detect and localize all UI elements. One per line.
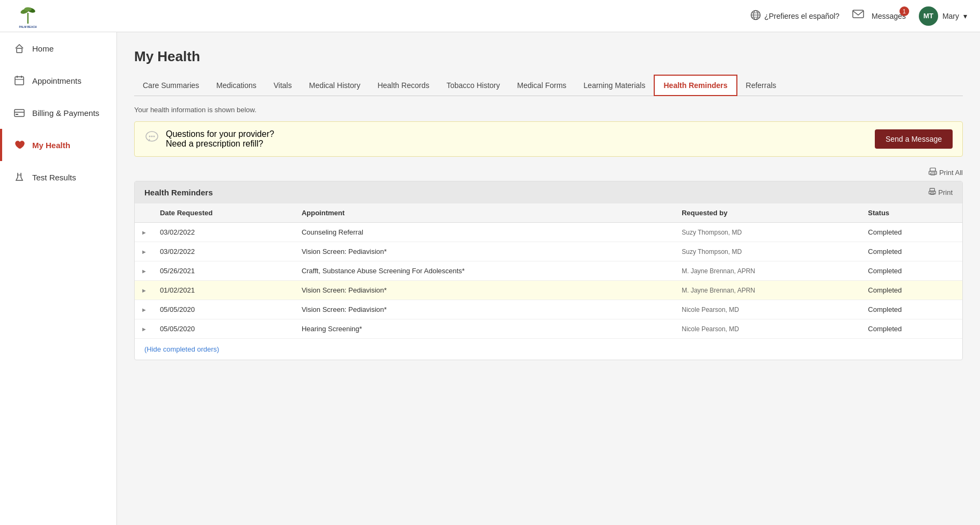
svg-point-28: [934, 172, 935, 173]
sidebar: Home Appointments Billing & Payments My …: [0, 32, 117, 525]
row-requested-by: M. Jayne Brennan, APRN: [675, 281, 861, 300]
print-all-row: Print All: [134, 167, 963, 178]
tabs-bar: Care Summaries Medications Vitals Medica…: [134, 75, 963, 96]
row-status: Completed: [861, 261, 962, 281]
table-row[interactable]: ► 05/05/2020 Hearing Screening* Nicole P…: [135, 319, 962, 339]
svg-rect-11: [853, 10, 864, 18]
table-row[interactable]: ► 03/02/2022 Counseling Referral Suzy Th…: [135, 223, 962, 242]
svg-rect-13: [15, 77, 24, 85]
message-box: Questions for your provider? Need a pres…: [134, 121, 963, 157]
table-row[interactable]: ► 05/26/2021 Crafft, Substance Abuse Scr…: [135, 261, 962, 281]
svg-rect-19: [16, 114, 18, 115]
table-print-label: Print: [938, 188, 953, 196]
message-box-content: Questions for your provider? Need a pres…: [144, 129, 274, 149]
svg-point-24: [153, 136, 155, 137]
avatar: MT: [919, 6, 938, 26]
row-date: 05/26/2021: [153, 261, 295, 281]
svg-point-23: [151, 136, 153, 137]
chevron-down-icon: ▾: [963, 12, 967, 20]
sidebar-label-billing: Billing & Payments: [32, 108, 99, 118]
info-text: Your health information is shown below.: [134, 106, 963, 114]
tab-tobacco-history[interactable]: Tobacco History: [438, 75, 509, 96]
col-requested-by: Requested by: [675, 203, 861, 223]
tab-learning-materials[interactable]: Learning Materials: [575, 75, 654, 96]
row-expand-arrow[interactable]: ►: [135, 242, 153, 261]
row-expand-arrow[interactable]: ►: [135, 300, 153, 319]
messages-badge: 1: [899, 6, 909, 16]
tab-health-reminders[interactable]: Health Reminders: [654, 75, 737, 96]
sidebar-item-my-health[interactable]: My Health: [0, 129, 116, 161]
table-row[interactable]: ► 05/05/2020 Vision Screen: Pediavision*…: [135, 300, 962, 319]
tab-referrals[interactable]: Referrals: [737, 75, 785, 96]
logo-icon: PALM BEACH: [13, 3, 43, 29]
row-appointment: Crafft, Substance Abuse Screening For Ad…: [295, 261, 675, 281]
svg-rect-29: [930, 188, 935, 191]
row-requested-by: Suzy Thompson, MD: [675, 242, 861, 261]
table-header-row: Date Requested Appointment Requested by …: [135, 203, 962, 223]
main-layout: Home Appointments Billing & Payments My …: [0, 32, 980, 525]
row-expand-arrow[interactable]: ►: [135, 223, 153, 242]
print-all-button[interactable]: Print All: [928, 167, 963, 178]
page-title: My Health: [134, 48, 963, 65]
home-icon: [13, 42, 26, 55]
svg-point-22: [149, 136, 151, 137]
tab-medical-history[interactable]: Medical History: [301, 75, 369, 96]
sidebar-item-home[interactable]: Home: [0, 32, 116, 64]
language-label: ¿Prefieres el español?: [764, 12, 839, 20]
printer-icon: [928, 167, 937, 178]
tab-health-records[interactable]: Health Records: [369, 75, 438, 96]
sidebar-item-billing[interactable]: Billing & Payments: [0, 97, 116, 129]
svg-rect-17: [14, 110, 24, 116]
sidebar-label-appointments: Appointments: [32, 76, 82, 85]
sidebar-label-home: Home: [32, 44, 54, 53]
print-icon: [928, 188, 936, 197]
calendar-icon: [13, 74, 26, 87]
user-name: Mary: [942, 12, 959, 20]
row-requested-by: Nicole Pearson, MD: [675, 300, 861, 319]
svg-text:PALM BEACH: PALM BEACH: [19, 25, 37, 28]
sidebar-label-test-results: Test Results: [32, 173, 76, 182]
row-status: Completed: [861, 300, 962, 319]
svg-rect-12: [17, 48, 22, 53]
sidebar-item-appointments[interactable]: Appointments: [0, 64, 116, 97]
tab-medical-forms[interactable]: Medical Forms: [509, 75, 575, 96]
row-appointment: Hearing Screening*: [295, 319, 675, 339]
message-line1: Questions for your provider?: [166, 129, 274, 139]
row-appointment: Vision Screen: Pediavision*: [295, 300, 675, 319]
table-card-title: Health Reminders: [144, 188, 213, 197]
table-print-button[interactable]: Print: [928, 188, 953, 197]
user-menu-button[interactable]: MT Mary ▾: [919, 6, 967, 26]
send-message-button[interactable]: Send a Message: [875, 129, 953, 149]
header: PALM BEACH ¿Prefieres el español?: [0, 0, 980, 32]
row-date: 05/05/2020: [153, 300, 295, 319]
language-button[interactable]: ¿Prefieres el español?: [750, 10, 839, 22]
row-appointment: Vision Screen: Pediavision*: [295, 281, 675, 300]
sidebar-item-test-results[interactable]: Test Results: [0, 161, 116, 193]
hide-completed-link[interactable]: (Hide completed orders): [135, 339, 229, 360]
tab-medications[interactable]: Medications: [208, 75, 265, 96]
health-reminders-table: Date Requested Appointment Requested by …: [135, 203, 962, 339]
chat-icon: [144, 129, 159, 148]
health-reminders-card: Health Reminders Print Date Requested Ap…: [134, 181, 963, 360]
row-date: 03/02/2022: [153, 223, 295, 242]
message-line2: Need a prescription refill?: [166, 139, 274, 149]
heart-icon: [13, 138, 26, 151]
row-expand-arrow[interactable]: ►: [135, 261, 153, 281]
main-content: My Health Care Summaries Medications Vit…: [117, 32, 980, 525]
row-expand-arrow[interactable]: ►: [135, 281, 153, 300]
row-date: 03/02/2022: [153, 242, 295, 261]
flask-icon: [13, 171, 26, 184]
row-requested-by: M. Jayne Brennan, APRN: [675, 261, 861, 281]
message-box-text: Questions for your provider? Need a pres…: [166, 129, 274, 149]
row-expand-arrow[interactable]: ►: [135, 319, 153, 339]
col-appointment: Appointment: [295, 203, 675, 223]
messages-button[interactable]: 1 Messages: [852, 10, 906, 22]
tab-care-summaries[interactable]: Care Summaries: [134, 75, 208, 96]
table-card-header: Health Reminders Print: [135, 181, 962, 203]
col-status: Status: [861, 203, 962, 223]
row-status: Completed: [861, 242, 962, 261]
row-status: Completed: [861, 319, 962, 339]
tab-vitals[interactable]: Vitals: [265, 75, 301, 96]
table-row[interactable]: ► 01/02/2021 Vision Screen: Pediavision*…: [135, 281, 962, 300]
table-row[interactable]: ► 03/02/2022 Vision Screen: Pediavision*…: [135, 242, 962, 261]
